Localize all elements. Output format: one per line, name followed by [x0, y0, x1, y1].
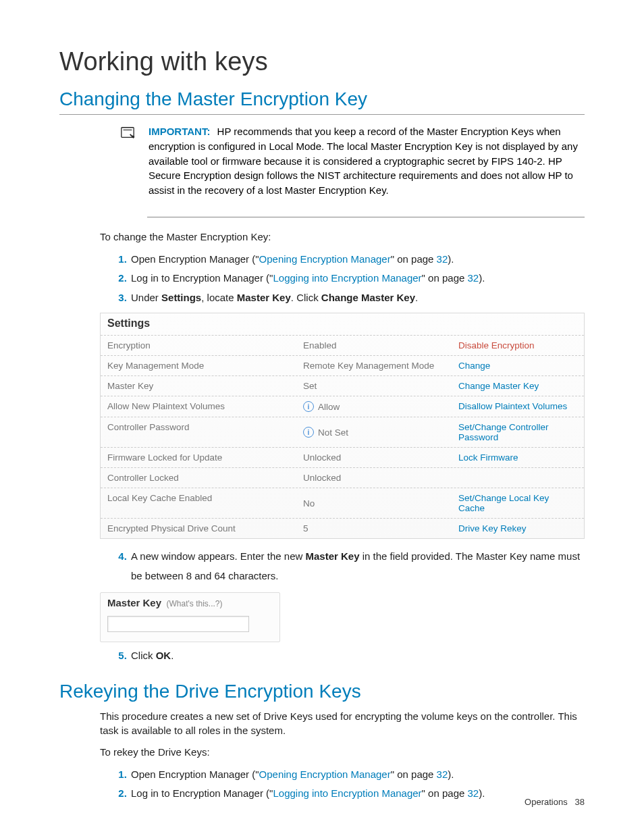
action-disable-encryption[interactable]: Disable Encryption: [458, 340, 535, 350]
link-opening-encryption-manager[interactable]: Opening Encryption Manager: [259, 768, 391, 780]
master-key-input[interactable]: [107, 616, 249, 632]
action-set-local-key-cache[interactable]: Set/Change Local Key Cache: [458, 493, 549, 513]
link-page-32[interactable]: 32: [468, 272, 479, 284]
settings-header: Settings: [101, 313, 584, 335]
steps-list-1: Open Encryption Manager ("Opening Encryp…: [100, 250, 585, 308]
action-lock-firmware[interactable]: Lock Firmware: [458, 452, 518, 463]
setting-value: Unlocked: [303, 452, 458, 463]
master-key-whats-this-link[interactable]: (What's this...?): [167, 599, 223, 608]
setting-label: Master Key: [107, 381, 303, 391]
important-body: HP recommends that you keep a record of …: [149, 126, 578, 196]
setting-value: 5: [303, 523, 458, 533]
link-opening-encryption-manager[interactable]: Opening Encryption Manager: [259, 253, 391, 265]
step-5: Click OK.: [130, 646, 585, 666]
setting-label: Key Management Mode: [107, 361, 303, 371]
info-icon[interactable]: i: [303, 427, 314, 438]
section-rule: [59, 114, 585, 115]
setting-value: Enabled: [303, 340, 458, 350]
step-4: A new window appears. Enter the new Mast…: [130, 547, 585, 585]
setting-value: Set: [303, 381, 458, 391]
setting-value: Unlocked: [303, 473, 458, 483]
rekey-paragraph-1: This procedure creates a new set of Driv…: [100, 709, 585, 739]
settings-row: Controller Password iNot Set Set/Change …: [101, 417, 584, 447]
action-disallow-plaintext[interactable]: Disallow Plaintext Volumes: [458, 401, 567, 411]
important-icon: [120, 124, 135, 198]
settings-row: Controller Locked Unlocked: [101, 467, 584, 488]
info-icon[interactable]: i: [303, 401, 314, 412]
step-1: Open Encryption Manager ("Opening Encryp…: [130, 765, 585, 785]
action-drive-key-rekey[interactable]: Drive Key Rekey: [458, 523, 527, 533]
important-note: IMPORTANT: HP recommends that you keep a…: [120, 120, 585, 198]
master-key-panel: Master Key (What's this...?): [100, 592, 280, 642]
setting-value: No: [303, 493, 458, 513]
section-heading-change-master-key: Changing the Master Encryption Key: [59, 88, 585, 110]
settings-row: Allow New Plaintext Volumes iAllow Disal…: [101, 396, 584, 417]
rekey-paragraph-2: To rekey the Drive Keys:: [100, 745, 585, 760]
link-page-32[interactable]: 32: [468, 787, 479, 799]
setting-label: Controller Locked: [107, 473, 303, 483]
settings-row: Encryption Enabled Disable Encryption: [101, 335, 584, 355]
important-label: IMPORTANT:: [149, 126, 210, 137]
settings-row: Firmware Locked for Update Unlocked Lock…: [101, 447, 584, 467]
setting-value: Allow: [318, 402, 340, 412]
page-title: Working with keys: [59, 47, 585, 76]
footer-page-number: 38: [575, 797, 585, 807]
setting-label: Controller Password: [107, 422, 303, 442]
link-logging-into-encryption-manager[interactable]: Logging into Encryption Manager: [273, 787, 421, 799]
note-divider: [147, 217, 585, 217]
step-2: Log in to Encryption Manager ("Logging i…: [130, 784, 585, 804]
steps-list-1b: A new window appears. Enter the new Mast…: [100, 547, 585, 585]
link-page-32[interactable]: 32: [437, 768, 448, 780]
setting-label: Encryption: [107, 340, 303, 350]
important-text: IMPORTANT: HP recommends that you keep a…: [149, 124, 585, 198]
settings-row: Local Key Cache Enabled No Set/Change Lo…: [101, 488, 584, 518]
setting-label: Local Key Cache Enabled: [107, 493, 303, 513]
settings-row: Master Key Set Change Master Key: [101, 375, 584, 396]
link-page-32[interactable]: 32: [437, 253, 448, 265]
action-change-mode[interactable]: Change: [458, 361, 490, 371]
settings-row: Encrypted Physical Drive Count 5 Drive K…: [101, 518, 584, 538]
page-footer: Operations 38: [525, 797, 585, 807]
action-change-master-key[interactable]: Change Master Key: [458, 381, 539, 391]
section-heading-rekeying: Rekeying the Drive Encryption Keys: [59, 681, 585, 702]
setting-label: Encrypted Physical Drive Count: [107, 523, 303, 533]
action-set-controller-password[interactable]: Set/Change Controller Password: [458, 422, 549, 442]
settings-row: Key Management Mode Remote Key Managemen…: [101, 355, 584, 375]
setting-value: Not Set: [318, 427, 348, 438]
step-3: Under Settings, locate Master Key. Click…: [130, 288, 585, 308]
setting-action-empty: [458, 473, 577, 483]
intro-text: To change the Master Encryption Key:: [100, 230, 585, 244]
setting-label: Allow New Plaintext Volumes: [107, 401, 303, 412]
footer-section: Operations: [525, 797, 568, 807]
step-1: Open Encryption Manager ("Opening Encryp…: [130, 250, 585, 269]
link-logging-into-encryption-manager[interactable]: Logging into Encryption Manager: [273, 272, 421, 284]
settings-panel: Settings Encryption Enabled Disable Encr…: [100, 313, 585, 539]
master-key-label: Master Key: [107, 597, 161, 608]
setting-label: Firmware Locked for Update: [107, 452, 303, 463]
setting-value: Remote Key Management Mode: [303, 361, 458, 371]
steps-list-2: Open Encryption Manager ("Opening Encryp…: [100, 765, 585, 804]
step-2: Log in to Encryption Manager ("Logging i…: [130, 269, 585, 288]
steps-list-1c: Click OK.: [100, 646, 585, 666]
